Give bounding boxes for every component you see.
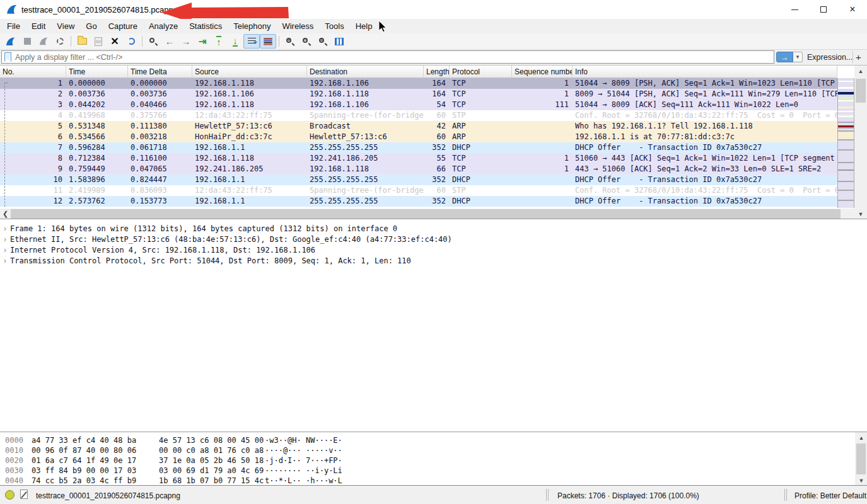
- intelligent-scrollbar-minimap[interactable]: [837, 78, 854, 208]
- menu-analyze[interactable]: Analyze: [143, 20, 183, 32]
- menu-tools[interactable]: Tools: [319, 20, 349, 32]
- maximize-button[interactable]: [809, 0, 838, 19]
- restart-capture-button[interactable]: [35, 34, 52, 49]
- menu-file[interactable]: File: [1, 20, 26, 32]
- stop-capture-button[interactable]: [19, 34, 35, 49]
- packet-row-12[interactable]: 122.5737620.153773192.168.1.1255.255.255…: [0, 196, 837, 207]
- zoom-out-button[interactable]: −: [298, 34, 315, 49]
- column-header-len[interactable]: Length: [424, 66, 450, 78]
- menu-capture[interactable]: Capture: [103, 20, 143, 32]
- expand-chevron-icon[interactable]: ›: [0, 256, 10, 265]
- save-file-button[interactable]: 010: [90, 34, 107, 49]
- reload-file-button[interactable]: [123, 34, 139, 49]
- column-header-info[interactable]: Info: [573, 66, 837, 78]
- column-header-dst[interactable]: Destination: [307, 66, 424, 78]
- scroll-down-icon[interactable]: ▼: [854, 209, 867, 219]
- scrollbar-thumb[interactable]: [11, 209, 841, 219]
- zoom-in-button[interactable]: +: [282, 34, 298, 49]
- menu-go[interactable]: Go: [80, 20, 102, 32]
- packet-row-6[interactable]: 60.5345660.003218HonHaiPr_dd:c3:7cHewlet…: [0, 132, 837, 142]
- expert-info-icon[interactable]: [5, 490, 15, 500]
- hex-line-0020[interactable]: 002001 6a c7 64 1f 49 0e 1737 1e 0a 05 2…: [0, 455, 867, 466]
- display-filter-input[interactable]: [15, 53, 774, 62]
- cell-info: 51044 → 8009 [ACK] Seq=111 Ack=111 Win=1…: [573, 100, 837, 110]
- packet-row-1[interactable]: 10.0000000.000000192.168.1.118192.168.1.…: [0, 78, 837, 89]
- scrollbar-thumb[interactable]: [856, 79, 866, 103]
- menu-wireless[interactable]: Wireless: [276, 20, 319, 32]
- detail-line-4[interactable]: ›Transmission Control Protocol, Src Port…: [0, 255, 867, 266]
- detail-line-1[interactable]: ›Frame 1: 164 bytes on wire (1312 bits),…: [0, 223, 867, 234]
- status-packet-counts: Packets: 1706 · Displayed: 1706 (100.0%): [557, 491, 699, 500]
- go-forward-button[interactable]: →: [178, 34, 194, 49]
- go-first-packet-button[interactable]: ↑: [211, 34, 227, 49]
- scrollbar-thumb[interactable]: [856, 444, 866, 474]
- column-header-delta[interactable]: Time Delta: [128, 66, 192, 78]
- menu-telephony[interactable]: Telephony: [228, 20, 276, 32]
- hex-line-0030[interactable]: 003003 ff 84 b9 00 00 17 0303 00 69 d1 7…: [0, 466, 867, 476]
- packet-details-pane: ›Frame 1: 164 bytes on wire (1312 bits),…: [0, 219, 867, 432]
- minimize-button[interactable]: [780, 0, 809, 19]
- capture-comment-icon[interactable]: [20, 490, 28, 499]
- column-header-src[interactable]: Source: [192, 66, 307, 78]
- column-header-time[interactable]: Time: [66, 66, 128, 78]
- add-filter-button[interactable]: +: [852, 51, 864, 63]
- apply-filter-button[interactable]: →: [776, 52, 793, 62]
- zoom-reset-button[interactable]: =: [315, 34, 331, 49]
- expand-chevron-icon[interactable]: ›: [0, 246, 10, 255]
- capture-options-button[interactable]: [52, 34, 68, 49]
- colorize-toggle[interactable]: [260, 34, 276, 49]
- find-packet-button[interactable]: [145, 34, 161, 49]
- filter-history-dropdown[interactable]: ▼: [793, 52, 803, 62]
- menu-statistics[interactable]: Statistics: [183, 20, 228, 32]
- packet-row-5[interactable]: 50.5313480.111380HewlettP_57:13:c6Broadc…: [0, 121, 837, 132]
- close-file-icon: ✕: [110, 37, 119, 47]
- scroll-up-icon[interactable]: ▲: [855, 432, 867, 443]
- packet-row-7[interactable]: 70.5962840.061718192.168.1.1255.255.255.…: [0, 142, 837, 153]
- packet-row-3[interactable]: 30.0442020.040466192.168.1.118192.168.1.…: [0, 100, 837, 110]
- save-file-icon: 010: [95, 37, 102, 46]
- start-capture-button[interactable]: [3, 34, 19, 49]
- packet-row-9[interactable]: 90.7594490.047065192.241.186.205192.168.…: [0, 164, 837, 175]
- close-file-button[interactable]: ✕: [107, 34, 123, 49]
- auto-scroll-toggle[interactable]: [243, 34, 260, 49]
- expand-chevron-icon[interactable]: ›: [0, 224, 10, 233]
- scroll-up-icon[interactable]: ▲: [854, 66, 867, 76]
- open-file-button[interactable]: [74, 34, 90, 49]
- packet-list-vertical-scrollbar[interactable]: ▲ ▼: [854, 66, 867, 219]
- display-filter-field[interactable]: [1, 50, 774, 64]
- packet-row-8[interactable]: 80.7123840.116100192.168.1.118192.241.18…: [0, 153, 837, 164]
- close-button[interactable]: ×: [838, 0, 867, 19]
- status-profile[interactable]: Profile: Better Default: [794, 491, 866, 500]
- menu-help[interactable]: Help: [350, 20, 378, 32]
- menu-edit[interactable]: Edit: [26, 20, 51, 32]
- colorize-icon: [264, 38, 272, 45]
- expression-button[interactable]: Expression...: [807, 51, 852, 63]
- expand-chevron-icon[interactable]: ›: [0, 235, 10, 244]
- packet-list-pane: No.TimeTime DeltaSourceDestinationLength…: [0, 65, 867, 219]
- bytes-vertical-scrollbar[interactable]: ▲ ▼: [855, 432, 867, 486]
- packet-list-horizontal-scrollbar[interactable]: ❮: [0, 209, 854, 219]
- hex-line-0000[interactable]: 0000a4 77 33 ef c4 40 48 ba4e 57 13 c6 0…: [0, 435, 867, 445]
- hex-dump: 0000a4 77 33 ef c4 40 48 ba4e 57 13 c6 0…: [0, 432, 867, 486]
- scroll-left-icon[interactable]: ❮: [0, 209, 11, 219]
- cell-dst: Spanning-tree-(for-bridge…: [307, 185, 424, 196]
- go-to-packet-button[interactable]: ⇥: [194, 34, 211, 49]
- column-header-proto[interactable]: Protocol: [450, 66, 512, 78]
- detail-line-3[interactable]: ›Internet Protocol Version 4, Src: 192.1…: [0, 244, 867, 255]
- cell-no: 6: [0, 132, 66, 142]
- resize-columns-button[interactable]: [331, 34, 347, 49]
- scroll-down-icon[interactable]: ▼: [855, 475, 867, 486]
- menu-view[interactable]: View: [51, 20, 80, 32]
- packet-row-2[interactable]: 20.0037360.003736192.168.1.106192.168.1.…: [0, 89, 837, 100]
- column-header-no[interactable]: No.: [0, 66, 66, 78]
- packet-row-11[interactable]: 112.4199890.83609312:da:43:22:ff:75Spann…: [0, 185, 837, 196]
- packet-row-4[interactable]: 40.4199680.37576612:da:43:22:ff:75Spanni…: [0, 110, 837, 121]
- packet-row-10[interactable]: 101.5838960.824447192.168.1.1255.255.255…: [0, 175, 837, 185]
- go-last-packet-button[interactable]: ↓: [227, 34, 243, 49]
- filter-bookmark-icon[interactable]: [4, 52, 11, 62]
- go-back-button[interactable]: ←: [161, 34, 178, 49]
- hex-line-0010[interactable]: 001000 96 0f 87 40 00 80 0600 00 c0 a8 0…: [0, 445, 867, 455]
- column-header-seq[interactable]: Sequence number: [512, 66, 573, 78]
- detail-line-2[interactable]: ›Ethernet II, Src: HewlettP_57:13:c6 (48…: [0, 234, 867, 244]
- hex-line-0040[interactable]: 004074 cc b5 2a 03 4c ff b91b 68 1b 07 b…: [0, 476, 867, 486]
